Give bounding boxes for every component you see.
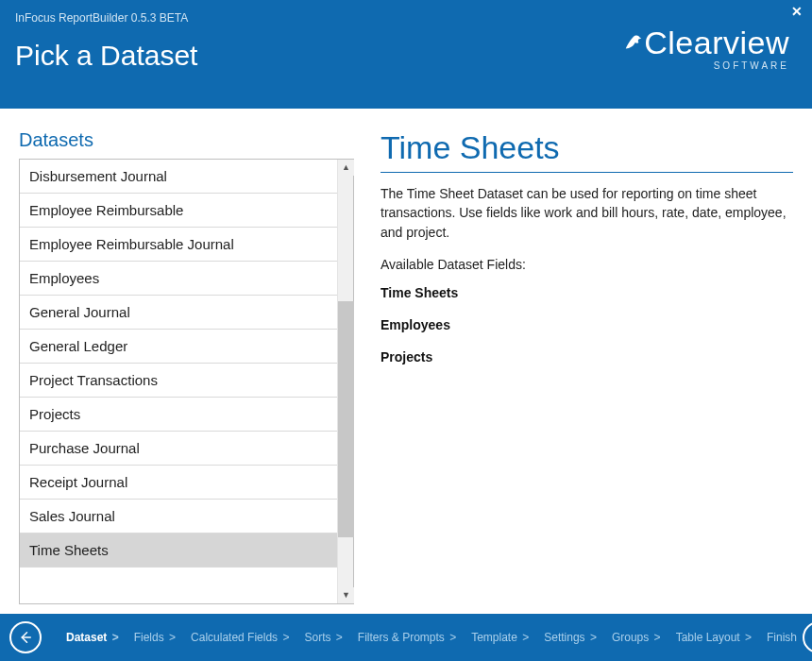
scroll-up-icon[interactable]: ▲: [338, 160, 354, 176]
wizard-footer: Dataset >Fields >Calculated Fields >Sort…: [0, 614, 812, 661]
chevron-right-icon: >: [279, 631, 289, 644]
detail-divider: [381, 172, 793, 173]
arrow-left-icon: [17, 629, 34, 646]
wizard-step[interactable]: Sorts >: [304, 631, 342, 644]
wizard-step[interactable]: Fields >: [134, 631, 176, 644]
scroll-thumb[interactable]: [338, 301, 354, 537]
wizard-step[interactable]: Calculated Fields >: [191, 631, 289, 644]
chevron-right-icon: >: [332, 631, 342, 644]
wizard-step[interactable]: Groups >: [612, 631, 661, 644]
wizard-step[interactable]: Dataset >: [66, 631, 119, 644]
logo-text-a: Clear: [644, 25, 723, 60]
available-fields-label: Available Dataset Fields:: [381, 257, 793, 272]
datasets-heading: Datasets: [19, 129, 354, 151]
chevron-right-icon: >: [519, 631, 529, 644]
list-item[interactable]: General Journal: [20, 296, 337, 330]
list-item[interactable]: Sales Journal: [20, 500, 337, 534]
chevron-right-icon: >: [109, 631, 118, 644]
prev-button[interactable]: [9, 621, 42, 653]
scrollbar[interactable]: ▲ ▼: [337, 160, 353, 603]
wizard-breadcrumb: Dataset >Fields >Calculated Fields >Sort…: [47, 631, 797, 644]
field-list: Time SheetsEmployeesProjects: [381, 285, 793, 364]
main-body: Datasets Disbursement JournalEmployee Re…: [0, 109, 812, 614]
header-bar: ✕ InFocus ReportBuilder 0.5.3 BETA Pick …: [0, 0, 812, 109]
list-item[interactable]: Employee Reimbursable Journal: [20, 228, 337, 262]
detail-description: The Time Sheet Dataset can be used for r…: [381, 184, 793, 242]
wizard-step[interactable]: Filters & Prompts >: [358, 631, 456, 644]
chevron-right-icon: >: [651, 631, 660, 644]
field-item: Time Sheets: [381, 285, 793, 300]
chevron-right-icon: >: [447, 631, 456, 644]
detail-title: Time Sheets: [381, 129, 793, 166]
detail-pane: Time Sheets The Time Sheet Dataset can b…: [381, 129, 793, 604]
datasets-pane: Datasets Disbursement JournalEmployee Re…: [19, 129, 354, 604]
brand-logo: Clearview SOFTWARE: [623, 26, 789, 71]
bird-icon: [623, 26, 644, 59]
list-item[interactable]: Disbursement Journal: [20, 160, 337, 194]
app-subtitle: InFocus ReportBuilder 0.5.3 BETA: [15, 11, 797, 25]
wizard-step[interactable]: Settings >: [544, 631, 597, 644]
field-item: Employees: [381, 317, 793, 332]
datasets-list[interactable]: Disbursement JournalEmployee Reimbursabl…: [20, 160, 337, 603]
chevron-right-icon: >: [587, 631, 597, 644]
close-icon[interactable]: ✕: [791, 4, 803, 19]
list-item[interactable]: Receipt Journal: [20, 466, 337, 500]
wizard-step[interactable]: Template >: [471, 631, 529, 644]
list-item[interactable]: Time Sheets: [20, 534, 337, 568]
logo-subtitle: SOFTWARE: [623, 60, 789, 71]
datasets-listbox: Disbursement JournalEmployee Reimbursabl…: [19, 159, 354, 604]
wizard-step[interactable]: Table Layout >: [676, 631, 752, 644]
list-item[interactable]: Employees: [20, 262, 337, 296]
app-window: ✕ InFocus ReportBuilder 0.5.3 BETA Pick …: [0, 0, 812, 661]
chevron-right-icon: >: [166, 631, 176, 644]
list-item[interactable]: Project Transactions: [20, 364, 337, 398]
list-item[interactable]: General Ledger: [20, 330, 337, 364]
wizard-step[interactable]: Finish: [767, 631, 797, 644]
next-button[interactable]: [803, 621, 812, 653]
list-item[interactable]: Employee Reimbursable: [20, 194, 337, 228]
list-item[interactable]: Projects: [20, 398, 337, 432]
logo-text-b: view: [723, 25, 789, 60]
chevron-right-icon: >: [742, 631, 752, 644]
field-item: Projects: [381, 349, 793, 364]
scroll-down-icon[interactable]: ▼: [338, 587, 354, 603]
list-item[interactable]: Purchase Journal: [20, 432, 337, 466]
